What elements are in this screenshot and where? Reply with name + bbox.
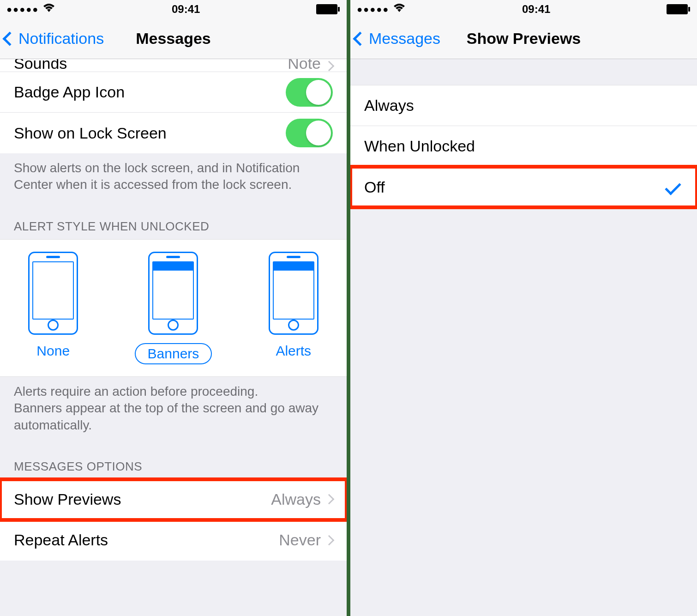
wifi-icon <box>393 3 406 16</box>
messages-options-group: Show Previews Always Repeat Alerts Never <box>0 479 347 561</box>
svg-rect-2 <box>667 4 688 14</box>
chevron-left-icon <box>353 31 367 46</box>
row-label: Badge App Icon <box>14 83 286 101</box>
back-label: Messages <box>369 30 440 48</box>
checkmark-icon <box>665 179 681 195</box>
nav-bar: Messages Show Previews <box>350 18 697 59</box>
nav-bar: Notifications Messages <box>0 18 347 59</box>
settings-group-1: Sounds Note Badge App Icon Show on Lock … <box>0 59 347 153</box>
lock-screen-footer: Show alerts on the lock screen, and in N… <box>0 153 347 205</box>
preview-options-group: Always When Unlocked Off <box>350 85 697 208</box>
row-sounds[interactable]: Sounds Note <box>0 59 347 72</box>
row-value: Never <box>279 531 321 549</box>
battery-icon <box>316 4 340 14</box>
chevron-left-icon <box>2 31 17 46</box>
messages-options-header: MESSAGES OPTIONS <box>0 446 347 479</box>
option-label: When Unlocked <box>364 137 683 155</box>
option-off[interactable]: Off <box>350 167 697 207</box>
status-bar: ●●●●● 09:41 <box>0 0 347 18</box>
status-left: ●●●●● <box>357 3 406 16</box>
row-label: Show on Lock Screen <box>14 124 286 142</box>
alert-style-header: ALERT STYLE WHEN UNLOCKED <box>0 205 347 239</box>
phone-outline-icon <box>28 252 78 335</box>
back-button[interactable]: Messages <box>350 30 440 48</box>
svg-rect-0 <box>316 4 337 14</box>
alert-style-label: None <box>36 343 70 359</box>
screenshot-right: ●●●●● 09:41 Messages Show Previews Alway… <box>348 0 697 616</box>
spacer <box>350 59 697 85</box>
row-value: Note <box>288 59 321 72</box>
row-show-previews[interactable]: Show Previews Always <box>0 479 347 520</box>
option-always[interactable]: Always <box>350 85 697 126</box>
chevron-right-icon <box>324 494 335 505</box>
row-badge-app-icon[interactable]: Badge App Icon <box>0 72 347 113</box>
screenshot-left: ●●●●● 09:41 Notifications Messages Sound… <box>0 0 348 616</box>
svg-rect-3 <box>688 7 690 12</box>
alert-style-picker: None Banners Alerts <box>0 239 347 377</box>
status-time: 09:41 <box>172 3 200 16</box>
row-label: Show Previews <box>14 490 271 508</box>
row-label: Repeat Alerts <box>14 531 279 549</box>
row-repeat-alerts[interactable]: Repeat Alerts Never <box>0 520 347 561</box>
signal-dots-icon: ●●●●● <box>6 4 39 15</box>
row-label: Sounds <box>14 59 288 72</box>
status-time: 09:41 <box>522 3 550 16</box>
battery-icon <box>667 4 691 14</box>
alert-style-label: Banners <box>135 343 212 364</box>
status-bar: ●●●●● 09:41 <box>350 0 697 18</box>
row-value: Always <box>271 490 321 508</box>
alert-style-label: Alerts <box>276 343 311 359</box>
toggle-badge[interactable] <box>286 78 333 107</box>
signal-dots-icon: ●●●●● <box>357 4 389 15</box>
chevron-right-icon <box>324 61 335 72</box>
chevron-right-icon <box>324 535 335 546</box>
wifi-icon <box>42 3 55 16</box>
phone-outline-icon <box>269 252 318 335</box>
alert-style-alerts[interactable]: Alerts <box>269 252 318 364</box>
alert-style-footer: Alerts require an action before proceedi… <box>0 377 347 446</box>
back-button[interactable]: Notifications <box>0 30 104 48</box>
option-label: Off <box>364 178 666 196</box>
row-show-lock-screen[interactable]: Show on Lock Screen <box>0 113 347 153</box>
alert-style-banners[interactable]: Banners <box>135 252 212 364</box>
status-left: ●●●●● <box>6 3 55 16</box>
option-when-unlocked[interactable]: When Unlocked <box>350 126 697 167</box>
phone-outline-icon <box>148 252 198 335</box>
back-label: Notifications <box>18 30 104 48</box>
option-label: Always <box>364 97 683 115</box>
alert-style-none[interactable]: None <box>28 252 78 364</box>
svg-rect-1 <box>338 7 340 12</box>
toggle-lock-screen[interactable] <box>286 119 333 147</box>
